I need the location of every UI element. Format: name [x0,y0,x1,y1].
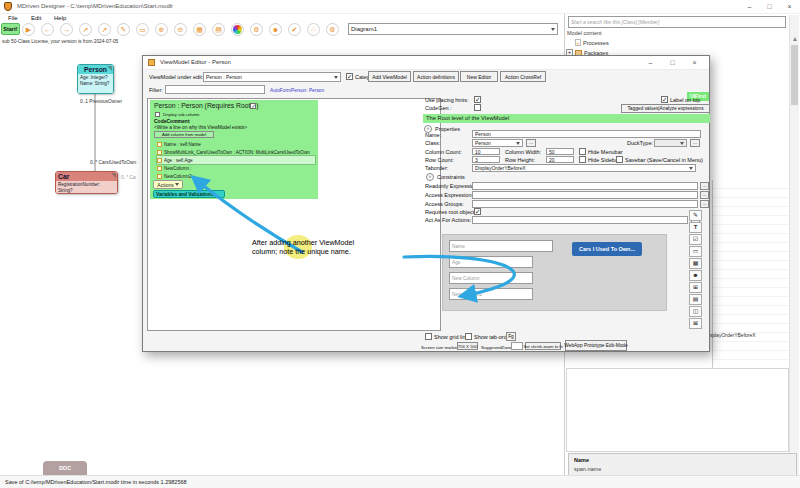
settings-gear-icon[interactable]: ⚙ [326,23,339,36]
viewmodel-root-node[interactable]: Person : Person (Requires Root) Display … [150,100,318,199]
fg-button[interactable]: Fg [506,332,516,341]
access-expression-input[interactable] [472,191,698,199]
menu-file[interactable]: File [8,15,18,22]
edit-tool-icon[interactable]: ✎ [689,210,702,221]
ducktype-select[interactable] [654,139,687,147]
zoom-out-icon[interactable]: ⊖ [174,23,187,36]
back-arrow-icon[interactable]: ← [41,23,54,36]
row-count-input[interactable] [472,156,500,163]
pointer-add-icon[interactable]: ↗ [98,23,111,36]
scroll-up-icon[interactable] [793,37,797,41]
maximize-button[interactable]: □ [760,1,779,13]
show-grid-lines-checkbox[interactable] [425,333,432,340]
viewmodel-select[interactable]: Person : Person [203,72,341,82]
hide-menubar-checkbox[interactable] [579,148,586,155]
column-row[interactable]: ShowMultiLink_CarsIUsedToOwn : ACTION: M… [157,148,315,156]
readonly-browse-button[interactable]: ... [700,182,709,190]
actions-badge[interactable]: Actions [153,180,183,189]
add-viewmodel-button[interactable]: Add ViewModel [368,71,411,82]
preview-name-field[interactable] [449,240,553,252]
play-icon[interactable]: ▶ [22,23,35,36]
share-icon[interactable]: ∴ [307,23,320,36]
webapp-prototype-button[interactable]: WebApp Prototype Edit-Mode [565,340,627,351]
tagged-values-button[interactable]: Tagged values|Analyze expressions [621,104,710,113]
categ-checkbox[interactable] [346,73,353,80]
variables-validations-badge[interactable]: Variables and Validations [153,190,225,198]
pointer-icon[interactable]: ↗ [79,23,92,36]
expand-icon[interactable]: ˅ [426,173,434,181]
memo-tool-icon[interactable]: ▤ [689,294,702,305]
new-editor-button[interactable]: New Editor [460,71,498,82]
close-button[interactable]: × [780,1,799,13]
validate-icon[interactable]: ✔ [288,23,301,36]
action-crossref-button[interactable]: Action CrossRef [500,71,546,82]
class-box-car[interactable]: Car RegistrationNumber: String? [55,171,118,194]
cars-i-used-to-own-button[interactable]: Cars I Used To Own... [572,242,642,256]
menu-help[interactable]: Help [54,15,66,22]
link-tool-icon[interactable]: ⊞ [689,282,702,293]
column-row-selected[interactable]: Age : self.Age [157,156,315,164]
access-groups-browse-button[interactable]: ... [700,200,709,208]
class-select[interactable]: Person [472,139,523,147]
preview-age-field[interactable] [449,256,533,268]
add-column-button[interactable]: Add column from model [154,131,214,138]
class-box-person[interactable]: Person Age: Integer? Name: String? [77,64,114,94]
savebar-checkbox[interactable] [616,156,623,163]
image-tool-icon[interactable]: ◫ [689,306,702,317]
access-expr-browse-button[interactable]: ... [700,191,709,199]
codegen-checkbox[interactable] [474,104,481,111]
use-placing-hints-checkbox[interactable] [474,96,481,103]
autoform-link[interactable]: AutoFormPerson: Person [270,87,324,94]
tree-item-processes[interactable]: » Processes [575,39,609,46]
class-browse-button[interactable]: ... [526,139,536,147]
search-input[interactable] [568,16,786,28]
user-icon[interactable]: ☻ [269,23,282,36]
ducktype-browse-button[interactable]: ... [690,139,700,147]
input-tool-icon[interactable]: ▭ [689,246,702,257]
preview-newcolumn-field[interactable] [449,272,533,284]
comment-hint[interactable]: <Write a line on why this ViewModel exis… [154,124,247,131]
column-row[interactable]: NewColumn : [157,164,315,172]
diagram-selector[interactable]: Diagram1 [348,23,558,35]
action-definitions-button[interactable]: Action definitions [413,71,459,82]
requires-root-object-checkbox[interactable] [474,208,481,215]
set-shrink-zoom-button[interactable]: Set shrink zoom to fit [525,342,561,350]
color-wheel-icon[interactable] [231,23,244,36]
screen-size-value[interactable]: 756 X 500 [457,342,478,350]
constraints-header[interactable]: Constraints [437,174,465,181]
person-tool-icon[interactable]: ☻ [689,270,702,281]
grid-tool-icon[interactable]: ⊠ [689,318,702,329]
gears-icon[interactable]: ⚙ [250,23,263,36]
show-tab-order-checkbox[interactable] [465,333,472,340]
doc-tab[interactable]: DOC [43,461,87,475]
act-as-input[interactable] [472,216,688,224]
row-height-input[interactable] [546,156,574,163]
table-tool-icon[interactable]: ▦ [689,258,702,269]
save-icon[interactable]: ▦ [193,23,206,36]
hide-sidebar-checkbox[interactable] [579,156,586,163]
suggested-zoom-input[interactable] [511,342,523,350]
column-width-input[interactable] [546,148,574,155]
layers-icon[interactable]: ▤ [212,23,225,36]
preview-newcolumn2-field[interactable] [449,288,533,300]
start-button[interactable]: Start! [1,23,20,35]
taborder-select[interactable]: DisplayOrderYBeforeX [472,164,696,172]
checkbox-tool-icon[interactable]: ☑ [689,234,702,245]
forward-arrow-icon[interactable]: → [60,23,73,36]
dialog-close-button[interactable]: × [685,57,704,69]
text-tool-icon[interactable]: T [689,222,702,233]
scrollbar-thumb[interactable] [791,45,798,105]
scrollbar[interactable] [789,15,799,475]
minimize-button[interactable]: – [740,1,759,13]
column-row[interactable]: Name : self.Name [157,140,315,148]
zoom-in-icon[interactable]: ⊕ [155,23,168,36]
column-count-input[interactable] [472,148,500,155]
pen-icon[interactable]: ✎ [117,23,130,36]
name-input[interactable] [472,130,701,138]
screen-icon[interactable]: ▭ [136,23,149,36]
menu-edit[interactable]: Edit [31,15,41,22]
label-on-top-checkbox[interactable] [661,96,668,103]
dialog-minimize-button[interactable]: – [641,57,660,69]
access-groups-input[interactable] [472,200,698,208]
filter-input[interactable] [165,85,265,94]
